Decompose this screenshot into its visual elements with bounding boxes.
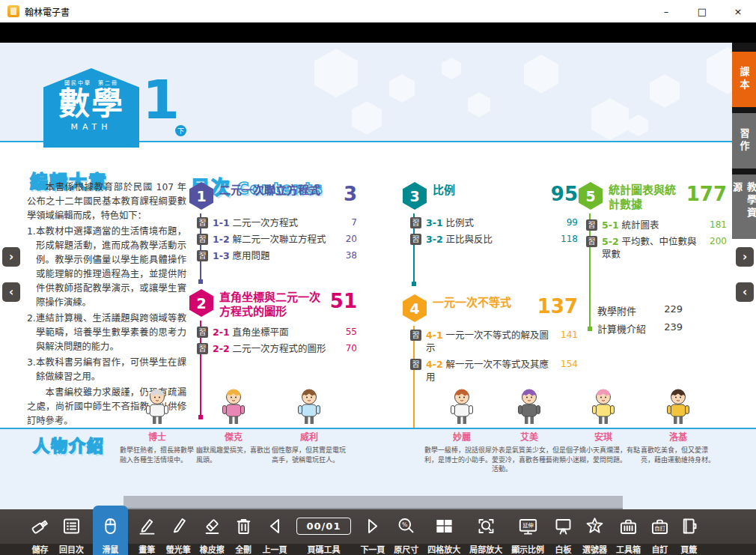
character-name: 妙麗 <box>424 430 499 443</box>
maximize-button[interactable]: □ <box>684 0 720 22</box>
side-tab-strip: 課本習作教學資源 <box>732 43 756 239</box>
chapter-number-hexagon: 5 <box>579 182 603 210</box>
section-row[interactable]: 習3-2正比與反比118 <box>410 233 578 246</box>
top-black-strip <box>0 22 756 43</box>
section-code: 1-3 <box>213 250 230 261</box>
bookmark-icon <box>679 509 699 543</box>
toolbar-number-picker[interactable]: 7選號器 <box>582 509 607 555</box>
section-text: 3-2正比與反比 <box>426 233 552 246</box>
section-row[interactable]: 習4-2解一元一次不等式及其應用154 <box>410 358 578 383</box>
hex-decoration <box>650 74 680 108</box>
section-row[interactable]: 習1-2解二元一次聯立方程式20 <box>197 233 357 246</box>
toolbar-custom[interactable]: 自訂自訂 <box>650 509 670 555</box>
toolbar-display-ratio[interactable]: 延伸顯示比例 <box>511 509 544 555</box>
app-icon <box>7 5 19 17</box>
toolbar-highlighter[interactable]: 螢光筆 <box>166 509 191 555</box>
extra-item[interactable]: 教學附件229 <box>597 303 683 318</box>
character-figure-wrap <box>566 387 641 429</box>
tab-workbook[interactable]: 習作 <box>732 113 756 169</box>
section-code: 4-2 <box>426 359 443 370</box>
toolbar-mouse[interactable]: 滑鼠 <box>93 506 128 555</box>
editorial-item-text: 本教科書另編有習作，可供學生在課餘做練習之用。 <box>36 357 186 382</box>
toolbar-four-grid-zoom[interactable]: 四格放大 <box>427 509 460 555</box>
character-figure <box>140 387 174 426</box>
section-row[interactable]: 習3-1比例式99 <box>410 216 578 229</box>
toolbar-label: 儲存 <box>32 543 49 555</box>
chapter-sections: 習1-1二元一次方程式7習1-2解二元一次聯立方程式20習1-3應用問題38 <box>197 216 357 262</box>
expand-left-panel-icon[interactable]: › <box>2 247 20 267</box>
hex-decoration <box>389 74 415 103</box>
hex-decoration <box>352 101 382 135</box>
chapter-heading[interactable]: 1二元一次聯立方程式3 <box>189 182 357 210</box>
workbook-badge: 習 <box>197 327 208 338</box>
section-row[interactable]: 習1-1二元一次方程式7 <box>197 216 357 229</box>
svg-text:%: % <box>402 521 408 528</box>
toolbar-page-tabs[interactable]: 頁籤 <box>679 509 699 555</box>
chapter-heading[interactable]: 4一元一次不等式137 <box>403 294 578 322</box>
character-figure <box>512 387 546 426</box>
section-row[interactable]: 習5-1統計圖表181 <box>586 219 727 231</box>
toolbar-whiteboard[interactable]: 白板 <box>553 509 573 555</box>
section-code: 1-1 <box>213 217 230 228</box>
toolbar-label: 滑鼠 <box>102 543 118 555</box>
character-figure-wrap <box>424 387 499 429</box>
expand-right-panel-icon[interactable]: › <box>736 247 754 267</box>
extra-item[interactable]: 計算機介紹239 <box>597 321 683 336</box>
character-figure <box>292 387 326 426</box>
section-code: 3-1 <box>426 217 443 228</box>
section-row[interactable]: 習1-3應用問題38 <box>197 249 357 262</box>
usb-icon <box>30 509 50 543</box>
toolbar-next-page[interactable]: 下一頁 <box>360 509 385 555</box>
grid4-icon <box>434 509 454 543</box>
section-row[interactable]: 習2-2二元一次方程式的圖形70 <box>197 342 357 355</box>
character-name: 博士 <box>120 430 195 443</box>
section-row[interactable]: 習5-2平均數、中位數與眾數200 <box>586 235 727 261</box>
chapter-sections: 習2-1直角坐標平面55習2-2二元一次方程式的圖形70 <box>197 326 357 355</box>
toolbar-delete-all[interactable]: 全刪 <box>234 509 254 555</box>
chapter-heading[interactable]: 5統計圖表與統計數據177 <box>579 182 727 212</box>
toolbar-label: 頁籤 <box>680 543 697 555</box>
zoom-percent-icon: % <box>396 509 416 543</box>
tab-teaching-resources[interactable]: 教學資源 <box>732 175 756 239</box>
toolbar-label: 畫筆 <box>138 543 155 555</box>
toolbar-label: 上一頁 <box>263 543 287 555</box>
chapter-3: 3比例95習3-1比例式99習3-2正比與反比118 <box>403 182 578 246</box>
toolbar-original-size[interactable]: %原尺寸 <box>394 509 418 555</box>
pencil-icon <box>137 509 157 543</box>
chapter-1: 1二元一次聯立方程式3習1-1二元一次方程式7習1-2解二元一次聯立方程式20習… <box>189 182 357 262</box>
section-title: 一元一次不等式的解及圖示 <box>426 330 549 354</box>
character-figure <box>445 387 479 426</box>
toolbar-page-number-tool[interactable]: 00/01頁碼工具 <box>296 509 352 555</box>
character-card: 安琪個子嬌小天真爛漫，有點小迷糊，愛問問題。 <box>566 387 641 464</box>
svg-text:延伸: 延伸 <box>522 522 534 529</box>
section-title: 統計圖表 <box>622 219 659 231</box>
section-title: 解二元一次聯立方程式 <box>233 234 326 245</box>
toolbar-partial-zoom[interactable]: 局部放大 <box>469 509 502 555</box>
list-icon <box>61 509 82 543</box>
chapter-heading[interactable]: 3比例95 <box>403 182 578 210</box>
toolbar-save[interactable]: 儲存 <box>30 509 50 555</box>
toolbar-toolbox[interactable]: 工具箱 <box>616 509 641 555</box>
editorial-item: 1.本教材中選擇適當的生活情境布題，形成解題活動，進而成為教學活動示例。教學示例… <box>27 225 186 310</box>
character-figure-wrap <box>120 387 195 429</box>
hex-decoration <box>629 115 648 136</box>
tab-textbook[interactable]: 課本 <box>732 52 756 107</box>
collapse-right-panel-icon[interactable]: ‹ <box>736 282 754 302</box>
close-button[interactable]: × <box>720 0 756 22</box>
horizontal-scrollbar[interactable] <box>124 496 623 509</box>
section-row[interactable]: 習4-1一元一次不等式的解及圖示141 <box>410 329 578 354</box>
toolbar-eraser[interactable]: 橡皮擦 <box>200 509 225 555</box>
chapter-heading[interactable]: 2直角坐標與二元一次方程式的圖形51 <box>189 289 357 319</box>
minimize-button[interactable]: – <box>648 0 684 22</box>
toolbar-back-to-contents[interactable]: 回目次 <box>59 509 84 555</box>
chapter-5: 5統計圖表與統計數據177習5-1統計圖表181習5-2平均數、中位數與眾數20… <box>579 182 727 261</box>
chapter-sections: 習4-1一元一次不等式的解及圖示141習4-2解一元一次不等式及其應用154 <box>410 329 578 383</box>
character-figure-wrap <box>641 387 716 429</box>
page-indicator[interactable]: 00/01 <box>296 518 352 535</box>
collapse-left-panel-icon[interactable]: ‹ <box>2 282 20 302</box>
editorial-intro: 本書係根據教育部於民國 107 年公布之十二年國民基本教育課程綱要數學領域編輯而… <box>27 181 186 223</box>
character-figure <box>216 387 251 426</box>
toolbar-prev-page[interactable]: 上一頁 <box>263 509 287 555</box>
section-row[interactable]: 習2-1直角坐標平面55 <box>197 326 357 339</box>
toolbar-pen[interactable]: 畫筆 <box>137 509 157 555</box>
